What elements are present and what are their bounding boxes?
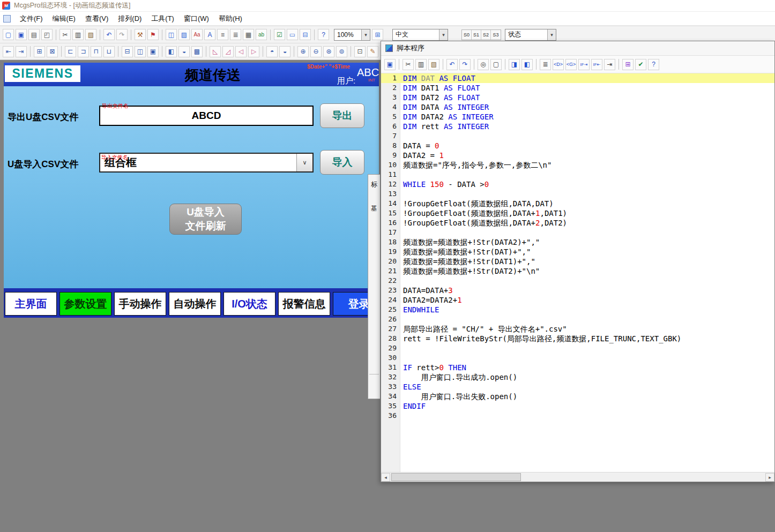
spell-check-icon[interactable]: ab [256, 29, 267, 40]
code-line[interactable]: 22 [381, 276, 774, 286]
code-line[interactable]: 12WHILE 150 - DATA >0 [381, 179, 774, 189]
insert-data-icon[interactable]: <D> [553, 59, 564, 70]
print-icon[interactable]: ▤ [28, 29, 40, 40]
run-script-icon[interactable]: ◧ [521, 59, 533, 70]
detach-icon[interactable]: ⊚ [336, 46, 347, 57]
code-line[interactable]: 2DIM DAT1 AS FLOAT [381, 83, 774, 93]
code-line[interactable]: 14!GroupGetFloat(频道数据组,DATA,DAT) [381, 199, 774, 208]
align-top-icon[interactable]: ⊓ [91, 46, 102, 57]
center-both-icon[interactable]: ▩ [191, 46, 203, 57]
window-list-icon[interactable]: ⊟ [300, 29, 311, 40]
char-format-icon[interactable]: A [204, 29, 215, 40]
combobox-arrow-icon[interactable]: ∨ [296, 154, 312, 171]
redo-icon[interactable]: ↷ [116, 29, 128, 40]
code-line[interactable]: 8DATA = 0 [381, 141, 774, 151]
import-button[interactable]: 导入 [320, 150, 364, 175]
nav-button-main[interactable]: 主界面 [5, 292, 57, 316]
cut-icon[interactable]: ✂ [403, 59, 414, 70]
code-line[interactable]: 4DIM DATA AS INTEGER [381, 102, 774, 112]
brush-icon[interactable]: ✎ [367, 46, 378, 57]
tools-icon[interactable]: ⚒ [135, 29, 146, 40]
child-window-icon[interactable] [3, 15, 11, 23]
paste-icon[interactable]: ▧ [428, 59, 439, 70]
code-line[interactable]: 36 [381, 411, 774, 421]
if-else-icon[interactable]: IF⇤ [591, 59, 602, 70]
ungroup-icon[interactable]: ⊖ [310, 46, 322, 57]
nudge-left-icon[interactable]: ⇤ [3, 46, 14, 57]
code-line[interactable]: 29 [381, 343, 774, 353]
state-select[interactable]: 状态 ▾ [505, 29, 556, 41]
code-line[interactable]: 27局部导出路径 = "CH/" + 导出文件名+".csv" [381, 324, 774, 334]
device-window-icon[interactable]: ◫ [166, 29, 177, 40]
table-icon[interactable]: ⊞ [622, 59, 634, 70]
help-icon[interactable]: ? [318, 29, 329, 40]
export-filename-input[interactable]: ABCD [99, 106, 314, 126]
redo-icon[interactable]: ↷ [459, 59, 471, 70]
scroll-left-button[interactable]: ◂ [381, 473, 390, 482]
flip-v-icon[interactable]: ▷ [248, 46, 259, 57]
code-line[interactable]: 16!GroupGetFloat(频道数据组,DATA+2,DAT2) [381, 218, 774, 228]
code-line[interactable]: 26 [381, 314, 774, 324]
menu-item-view[interactable]: 查看(V) [80, 12, 113, 25]
window-preview-icon[interactable]: ▭ [287, 29, 298, 40]
menu-item-tools[interactable]: 工具(T) [146, 12, 179, 25]
align-bottom-icon[interactable]: ⊔ [103, 46, 115, 57]
zoom-select[interactable]: 100% ▾ [334, 29, 370, 41]
snap-grid-icon[interactable]: ⊠ [47, 46, 58, 57]
send-back-icon[interactable]: ◒ [279, 46, 290, 57]
code-line[interactable]: 30 [381, 353, 774, 363]
menu-item-window[interactable]: 窗口(W) [179, 12, 214, 25]
export-button[interactable]: 导出 [320, 103, 364, 128]
code-line[interactable]: 10频道数据="序号,指令号,参数一,参数二\n" [381, 160, 774, 170]
center-v-icon[interactable]: ◒ [178, 46, 190, 57]
align-left-icon[interactable]: ⊏ [65, 46, 76, 57]
signal-cell-s3[interactable]: S3 [491, 30, 501, 40]
insert-func-icon[interactable]: <G> [565, 59, 577, 70]
menu-item-help[interactable]: 帮助(H) [214, 12, 247, 25]
nav-button-manual[interactable]: 手动操作 [114, 292, 166, 316]
signal-cell-s0[interactable]: S0 [462, 30, 472, 40]
script-window-title-bar[interactable]: 脚本程序 [381, 41, 774, 56]
code-line[interactable]: 13 [381, 189, 774, 199]
indent-icon[interactable]: ⇥ [604, 59, 615, 70]
undo-icon[interactable]: ↶ [446, 59, 458, 70]
lock-icon[interactable]: ⊡ [354, 46, 366, 57]
scrollbar-thumb[interactable] [391, 473, 521, 481]
code-line[interactable]: 1DIM DAT AS FLOAT [381, 73, 774, 83]
print-preview-icon[interactable]: ◰ [41, 29, 53, 40]
code-line[interactable]: 34 用户窗口.导出失败.open() [381, 392, 774, 401]
equal-height-icon[interactable]: ◫ [135, 46, 146, 57]
layout-icon[interactable]: ⊞ [372, 29, 383, 40]
rotate-right-icon[interactable]: ◿ [222, 46, 234, 57]
code-line[interactable]: 15!GroupGetFloat(频道数据组,DATA+1,DAT1) [381, 208, 774, 218]
code-line[interactable]: 33ELSE [381, 382, 774, 392]
code-line[interactable]: 24DATA2=DATA2+1 [381, 295, 774, 305]
code-line[interactable]: 11 [381, 170, 774, 179]
app-icon[interactable]: M [2, 2, 10, 10]
align-right-icon[interactable]: ⊐ [78, 46, 89, 57]
numbered-list-icon[interactable]: ≣ [230, 29, 241, 40]
save-icon[interactable]: ▣ [384, 59, 396, 70]
code-line[interactable]: 25ENDWHILE [381, 305, 774, 314]
grid-icon[interactable]: ▦ [243, 29, 254, 40]
check-script-icon[interactable]: ◨ [509, 59, 520, 70]
equal-size-icon[interactable]: ▣ [147, 46, 159, 57]
nudge-right-icon[interactable]: ⇥ [16, 46, 27, 57]
save-icon[interactable]: ▣ [16, 29, 27, 40]
center-h-icon[interactable]: ◧ [166, 46, 177, 57]
font-icon[interactable]: Aa [191, 29, 203, 40]
code-line[interactable]: 23DATA=DATA+3 [381, 286, 774, 295]
help-icon[interactable]: ? [648, 59, 659, 70]
bring-front-icon[interactable]: ◓ [266, 46, 278, 57]
flag-icon[interactable]: ⚑ [147, 29, 159, 40]
scroll-right-button[interactable]: ▸ [765, 473, 774, 482]
code-line[interactable]: 9DATA2 = 1 [381, 151, 774, 160]
new-icon[interactable]: ▢ [3, 29, 14, 40]
import-file-combobox[interactable]: 组合框 ∨ [99, 153, 314, 173]
code-line[interactable]: 28rett = !FileWriteByStr(局部导出路径,频道数据,FIL… [381, 334, 774, 343]
flip-h-icon[interactable]: ◁ [235, 46, 247, 57]
code-line[interactable]: 35ENDIF [381, 401, 774, 411]
code-line[interactable]: 32 用户窗口.导出成功.open() [381, 372, 774, 382]
code-line[interactable]: 3DIM DAT2 AS FLOAT [381, 93, 774, 102]
nav-button-alarm[interactable]: 报警信息 [278, 292, 330, 316]
